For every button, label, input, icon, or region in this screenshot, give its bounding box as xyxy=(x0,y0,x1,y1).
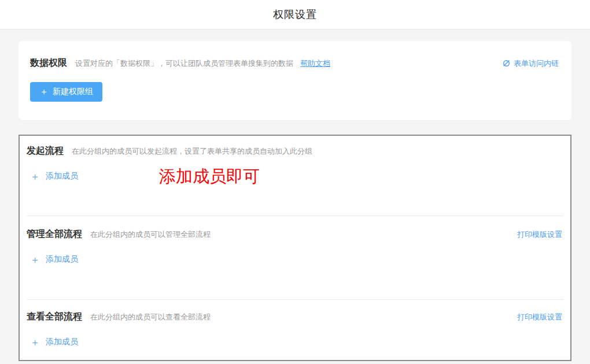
group-section-view-all-flows: 查看全部流程 在此分组内的成员可以查看全部流程 打印模版设置 ＋ 添加成员 xyxy=(20,300,570,360)
add-member-link[interactable]: ＋ 添加成员 xyxy=(30,254,78,265)
add-member-label: 添加成员 xyxy=(46,337,78,347)
group-title: 查看全部流程 xyxy=(27,311,82,323)
form-access-link-label: 表单访问内链 xyxy=(514,58,559,69)
data-permission-card-head: 数据权限 设置对应的「数据权限」，可以让团队成员管理表单搜集到的数据 帮助文档 … xyxy=(30,57,559,69)
plus-icon: ＋ xyxy=(30,337,40,347)
main-content: 数据权限 设置对应的「数据权限」，可以让团队成员管理表单搜集到的数据 帮助文档 … xyxy=(0,41,590,361)
data-permission-card: 数据权限 设置对应的「数据权限」，可以让团队成员管理表单搜集到的数据 帮助文档 … xyxy=(19,41,571,120)
group-description: 在此分组内的成员可以发起流程，设置了表单共享的成员自动加入此分组 xyxy=(72,146,312,157)
group-actions: ＋ 添加成员 添加成员即可 xyxy=(27,167,562,185)
plus-icon: ＋ xyxy=(30,255,40,265)
page-title: 权限设置 xyxy=(273,8,317,21)
plus-icon: ＋ xyxy=(30,172,40,181)
form-access-link[interactable]: 表单访问内链 xyxy=(502,58,559,69)
help-doc-link[interactable]: 帮助文档 xyxy=(300,58,330,69)
card-title: 数据权限 xyxy=(30,57,67,69)
add-member-link[interactable]: ＋ 添加成员 xyxy=(30,171,78,181)
group-section-initiate-flow: 发起流程 在此分组内的成员可以发起流程，设置了表单共享的成员自动加入此分组 ＋ … xyxy=(20,136,570,216)
add-member-label: 添加成员 xyxy=(46,171,78,181)
group-description: 在此分组内的成员可以查看全部流程 xyxy=(90,312,211,322)
group-title: 管理全部流程 xyxy=(27,228,82,240)
group-head: 发起流程 在此分组内的成员可以发起流程，设置了表单共享的成员自动加入此分组 xyxy=(27,145,562,157)
group-head: 查看全部流程 在此分组内的成员可以查看全部流程 打印模版设置 xyxy=(27,311,562,323)
annotation-text: 添加成员即可 xyxy=(159,168,260,185)
add-member-link[interactable]: ＋ 添加成员 xyxy=(30,337,78,347)
permission-groups-panel: 发起流程 在此分组内的成员可以发起流程，设置了表单共享的成员自动加入此分组 ＋ … xyxy=(19,135,571,361)
plus-icon: ＋ xyxy=(39,87,49,96)
new-permission-group-button[interactable]: ＋ 新建权限组 xyxy=(30,82,102,102)
page-header: 权限设置 xyxy=(0,0,590,29)
group-actions: ＋ 添加成员 xyxy=(27,333,562,351)
group-description: 在此分组内的成员可以管理全部流程 xyxy=(90,229,211,240)
group-title: 发起流程 xyxy=(27,145,64,157)
group-actions: ＋ 添加成员 xyxy=(27,250,562,269)
new-permission-group-button-label: 新建权限组 xyxy=(53,87,93,97)
print-template-settings-link[interactable]: 打印模版设置 xyxy=(517,229,562,240)
card-description: 设置对应的「数据权限」，可以让团队成员管理表单搜集到的数据 xyxy=(75,58,293,69)
group-section-manage-all-flows: 管理全部流程 在此分组内的成员可以管理全部流程 打印模版设置 ＋ 添加成员 xyxy=(20,216,570,299)
add-member-label: 添加成员 xyxy=(46,254,78,265)
group-head: 管理全部流程 在此分组内的成员可以管理全部流程 打印模版设置 xyxy=(27,228,562,240)
link-icon xyxy=(502,59,511,68)
print-template-settings-link[interactable]: 打印模版设置 xyxy=(517,312,562,322)
